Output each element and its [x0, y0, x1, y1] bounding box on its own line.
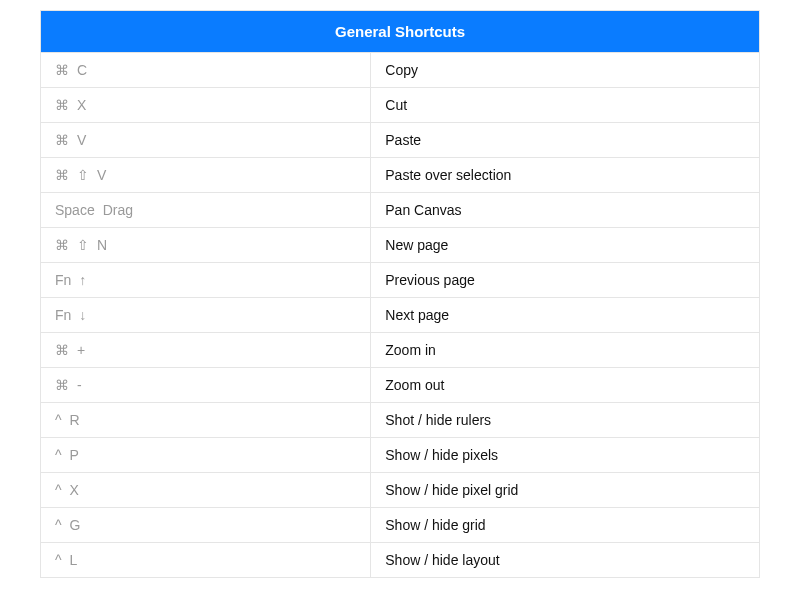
key-label: Drag: [103, 202, 133, 218]
ctrl-icon: ^: [55, 517, 62, 533]
shortcut-action: Previous page: [371, 263, 759, 297]
key-label: Space: [55, 202, 95, 218]
shortcut-action: Paste: [371, 123, 759, 157]
cmd-icon: ⌘: [55, 167, 69, 183]
shortcut-action: New page: [371, 228, 759, 262]
shortcut-keys: ^L: [41, 543, 371, 577]
key-label: Fn: [55, 307, 71, 323]
shortcut-keys: ^G: [41, 508, 371, 542]
shortcut-action: Pan Canvas: [371, 193, 759, 227]
shortcut-keys: ⌘⇧V: [41, 158, 371, 192]
key-label: +: [77, 342, 85, 358]
table-row: Fn↓Next page: [41, 297, 759, 332]
key-label: V: [97, 167, 106, 183]
up-icon: ↑: [79, 272, 86, 288]
key-label: G: [70, 517, 81, 533]
key-label: X: [77, 97, 86, 113]
shortcut-keys: SpaceDrag: [41, 193, 371, 227]
shift-icon: ⇧: [77, 237, 89, 253]
cmd-icon: ⌘: [55, 62, 69, 78]
shortcut-action: Cut: [371, 88, 759, 122]
table-row: ⌘⇧NNew page: [41, 227, 759, 262]
shortcut-keys: ⌘+: [41, 333, 371, 367]
shortcut-keys: ⌘-: [41, 368, 371, 402]
key-label: Fn: [55, 272, 71, 288]
cmd-icon: ⌘: [55, 237, 69, 253]
shortcut-keys: ^R: [41, 403, 371, 437]
shortcut-keys: Fn↓: [41, 298, 371, 332]
table-row: SpaceDragPan Canvas: [41, 192, 759, 227]
table-row: ⌘CCopy: [41, 52, 759, 87]
cmd-icon: ⌘: [55, 342, 69, 358]
shortcut-keys: ⌘C: [41, 53, 371, 87]
key-label: C: [77, 62, 87, 78]
shift-icon: ⇧: [77, 167, 89, 183]
table-row: Fn↑Previous page: [41, 262, 759, 297]
key-label: X: [70, 482, 79, 498]
table-body: ⌘CCopy⌘XCut⌘VPaste⌘⇧VPaste over selectio…: [41, 52, 759, 577]
table-row: ^LShow / hide layout: [41, 542, 759, 577]
shortcut-action: Shot / hide rulers: [371, 403, 759, 437]
shortcut-keys: ^P: [41, 438, 371, 472]
table-row: ^RShot / hide rulers: [41, 402, 759, 437]
shortcut-keys: ⌘V: [41, 123, 371, 157]
cmd-icon: ⌘: [55, 97, 69, 113]
table-row: ⌘⇧VPaste over selection: [41, 157, 759, 192]
key-label: L: [70, 552, 78, 568]
shortcut-action: Copy: [371, 53, 759, 87]
shortcut-action: Next page: [371, 298, 759, 332]
cmd-icon: ⌘: [55, 377, 69, 393]
table-row: ^PShow / hide pixels: [41, 437, 759, 472]
key-label: V: [77, 132, 86, 148]
table-row: ⌘-Zoom out: [41, 367, 759, 402]
key-label: -: [77, 377, 82, 393]
ctrl-icon: ^: [55, 447, 62, 463]
shortcut-keys: ⌘X: [41, 88, 371, 122]
table-row: ⌘+Zoom in: [41, 332, 759, 367]
shortcut-action: Show / hide pixel grid: [371, 473, 759, 507]
ctrl-icon: ^: [55, 412, 62, 428]
shortcut-action: Paste over selection: [371, 158, 759, 192]
key-label: N: [97, 237, 107, 253]
shortcuts-table: General Shortcuts ⌘CCopy⌘XCut⌘VPaste⌘⇧VP…: [40, 10, 760, 578]
shortcut-keys: ^X: [41, 473, 371, 507]
down-icon: ↓: [79, 307, 86, 323]
cmd-icon: ⌘: [55, 132, 69, 148]
shortcut-action: Zoom in: [371, 333, 759, 367]
table-row: ⌘XCut: [41, 87, 759, 122]
shortcut-keys: ⌘⇧N: [41, 228, 371, 262]
table-row: ^GShow / hide grid: [41, 507, 759, 542]
table-row: ^XShow / hide pixel grid: [41, 472, 759, 507]
shortcut-action: Show / hide pixels: [371, 438, 759, 472]
shortcut-action: Zoom out: [371, 368, 759, 402]
shortcut-keys: Fn↑: [41, 263, 371, 297]
ctrl-icon: ^: [55, 552, 62, 568]
shortcut-action: Show / hide grid: [371, 508, 759, 542]
table-header: General Shortcuts: [41, 11, 759, 52]
ctrl-icon: ^: [55, 482, 62, 498]
shortcut-action: Show / hide layout: [371, 543, 759, 577]
key-label: R: [70, 412, 80, 428]
table-row: ⌘VPaste: [41, 122, 759, 157]
key-label: P: [70, 447, 79, 463]
